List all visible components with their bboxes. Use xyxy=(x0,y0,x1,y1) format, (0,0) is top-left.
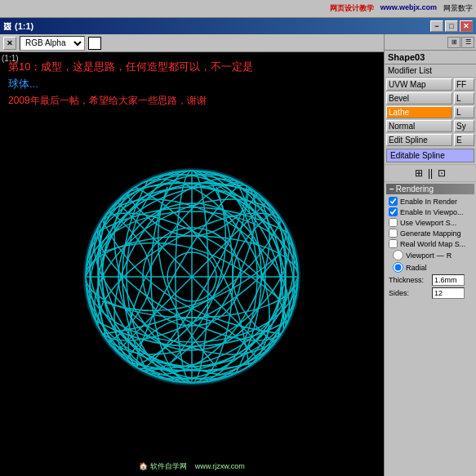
uvw-map-row: UVW Map FF xyxy=(386,78,474,91)
enable-render-label: Enable In Render xyxy=(400,198,457,206)
use-viewport-row: Use Viewport S... xyxy=(386,217,474,228)
right-icon-2[interactable]: ☰ xyxy=(461,37,474,48)
real-world-checkbox[interactable] xyxy=(389,239,398,248)
website-label-1: 网页设计教学 xyxy=(330,3,374,14)
shape-label: Shape03 xyxy=(385,51,476,65)
title-bar-buttons: − □ ✕ xyxy=(430,20,473,32)
viewport-text: 第10：成型，这是思路，任何造型都可以，不一定是 球体... 2009年最后一帖… xyxy=(8,59,253,109)
viewport-area: ✕ RGB Alpha (1:1) 第10：成型，这是思路，任何造型都可以，不一… xyxy=(0,34,384,476)
enable-render-row: Enable In Render xyxy=(386,196,474,207)
use-viewport-label: Use Viewport S... xyxy=(400,219,456,227)
window-title: (1:1) xyxy=(15,21,33,31)
close-button[interactable]: ✕ xyxy=(460,20,473,32)
viewport-radio-row: Viewport — R xyxy=(386,249,474,261)
uvw-map-button[interactable]: UVW Map xyxy=(386,78,452,91)
title-bar: 🖼 (1:1) − □ ✕ xyxy=(0,18,476,34)
lathe-row: Lathe L xyxy=(386,106,474,118)
icon-lines[interactable]: || xyxy=(428,167,433,179)
minimize-button[interactable]: − xyxy=(430,20,443,32)
modifier-list-label: Modifier List xyxy=(385,65,476,78)
normal-sy-button[interactable]: Sy xyxy=(454,120,474,132)
channel-color-box xyxy=(88,37,101,50)
enable-render-checkbox[interactable] xyxy=(389,197,398,206)
right-top-icons: ⊞ ☰ xyxy=(385,34,476,51)
viewport-radio[interactable] xyxy=(393,250,403,260)
lathe-button[interactable]: Lathe xyxy=(386,106,452,118)
right-panel: ⊞ ☰ Shape03 Modifier List UVW Map FF Bev… xyxy=(384,34,476,476)
rendering-header: − Rendering xyxy=(386,184,474,194)
sphere-container xyxy=(69,154,314,399)
lathe-l-button[interactable]: L xyxy=(454,106,474,118)
text-line-1: 第10：成型，这是思路，任何造型都可以，不一定是 xyxy=(8,59,253,76)
real-world-row: Real World Map S... xyxy=(386,238,474,249)
watermark-bar: 🏠 软件自学网 www.rjzxw.com xyxy=(0,458,384,474)
small-icon-row: ⊞ || ⊡ xyxy=(385,164,476,182)
channel-x-button[interactable]: ✕ xyxy=(3,37,16,50)
viewport-3d: (1:1) 第10：成型，这是思路，任何造型都可以，不一定是 球体... 200… xyxy=(0,52,384,476)
title-bar-left: 🖼 (1:1) xyxy=(3,21,33,31)
enable-viewport-row: Enable In Viewpo... xyxy=(386,207,474,217)
watermark-text: 🏠 软件自学网 www.rjzxw.com xyxy=(139,461,245,472)
icon-box[interactable]: ⊡ xyxy=(438,167,446,179)
thickness-row: Thickness: 1.6mm xyxy=(386,274,474,287)
right-icon-1[interactable]: ⊞ xyxy=(447,37,460,48)
bevel-l-button[interactable]: L xyxy=(454,92,474,105)
icon-grid[interactable]: ⊞ xyxy=(415,167,423,179)
channel-bar: ✕ RGB Alpha xyxy=(0,34,384,52)
text-line-3: 2009年最后一帖，希望给大家一些思路，谢谢 xyxy=(8,93,253,109)
channel-select[interactable]: RGB Alpha xyxy=(20,36,85,51)
thickness-value[interactable]: 1.6mm xyxy=(432,274,465,286)
top-header-row: 网页设计教学 www.webjx.com 网景数字 xyxy=(0,0,476,18)
radial-radio-label: Radial xyxy=(406,264,427,272)
website-label-3: 网景数字 xyxy=(443,3,473,14)
generate-mapping-checkbox[interactable] xyxy=(389,229,398,238)
maximize-button[interactable]: □ xyxy=(445,20,458,32)
sides-row: Sides: 12 xyxy=(386,287,474,300)
bevel-button[interactable]: Bevel xyxy=(386,92,452,105)
website-label-2: www.webjx.com xyxy=(380,3,437,14)
enable-viewport-checkbox[interactable] xyxy=(389,207,398,216)
main-layout: ✕ RGB Alpha (1:1) 第10：成型，这是思路，任何造型都可以，不一… xyxy=(0,34,476,476)
normal-button[interactable]: Normal xyxy=(386,120,452,132)
radial-radio-row: Radial xyxy=(386,261,474,274)
bevel-row: Bevel L xyxy=(386,92,474,105)
normal-row: Normal Sy xyxy=(386,120,474,132)
edit-spline-button[interactable]: Edit Spline xyxy=(386,134,452,146)
viewport-radio-label: Viewport xyxy=(406,251,434,260)
radial-radio[interactable] xyxy=(393,262,403,273)
sphere-svg xyxy=(69,154,314,399)
rendering-section: − Rendering Enable In Render Enable In V… xyxy=(385,182,476,476)
text-line-2: 球体... xyxy=(8,76,253,93)
enable-viewport-label: Enable In Viewpo... xyxy=(400,208,463,216)
window-icon: 🖼 xyxy=(3,22,11,31)
ffr-button[interactable]: FF xyxy=(454,78,474,91)
edit-spline-row: Edit Spline E xyxy=(386,134,474,146)
generate-mapping-label: Generate Mapping xyxy=(400,229,461,238)
editable-spline[interactable]: Editable Spline xyxy=(386,149,474,162)
sides-label: Sides: xyxy=(389,289,429,297)
use-viewport-checkbox[interactable] xyxy=(389,218,398,227)
edit-e-button[interactable]: E xyxy=(454,134,474,146)
thickness-label: Thickness: xyxy=(389,276,429,284)
generate-mapping-row: Generate Mapping xyxy=(386,228,474,238)
real-world-label: Real World Map S... xyxy=(400,240,465,248)
sides-value[interactable]: 12 xyxy=(432,287,465,299)
